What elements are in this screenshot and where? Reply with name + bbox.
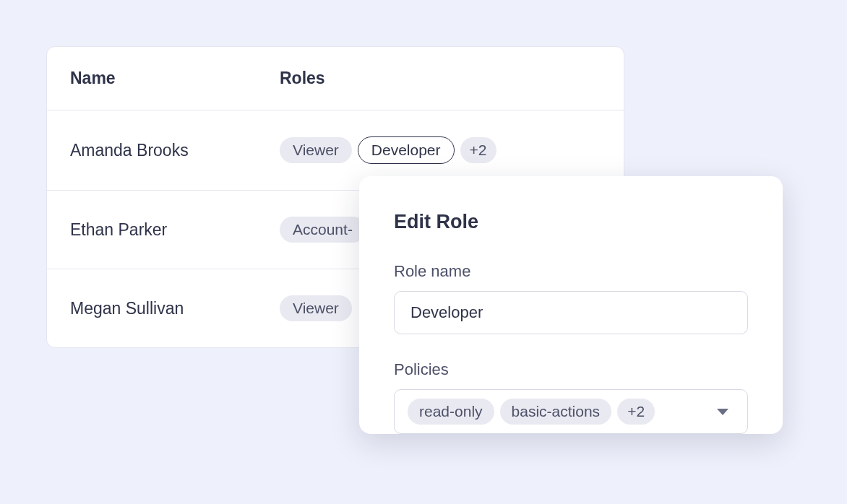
user-roles: Account-: [280, 217, 366, 243]
policies-label: Policies: [394, 360, 748, 379]
policies-select[interactable]: read-only basic-actions +2: [394, 389, 748, 434]
table-header: Name Roles: [47, 47, 624, 110]
user-name: Megan Sullivan: [70, 299, 280, 318]
chevron-down-icon: [717, 409, 728, 415]
modal-title: Edit Role: [394, 211, 748, 233]
user-roles: Viewer Developer +2: [280, 136, 496, 164]
role-name-label: Role name: [394, 262, 748, 281]
column-header-name: Name: [70, 69, 280, 88]
role-chip-more-count[interactable]: +2: [460, 137, 496, 163]
user-name: Amanda Brooks: [70, 141, 280, 160]
column-header-roles: Roles: [280, 69, 325, 88]
role-name-input[interactable]: [394, 291, 748, 334]
edit-role-modal: Edit Role Role name Policies read-only b…: [359, 176, 783, 434]
role-chip-account[interactable]: Account-: [280, 217, 366, 243]
user-name: Ethan Parker: [70, 220, 280, 240]
policies-chips: read-only basic-actions +2: [408, 399, 655, 425]
role-chip-developer[interactable]: Developer: [358, 136, 455, 164]
policy-chip-basic-actions[interactable]: basic-actions: [500, 399, 612, 425]
user-roles: Viewer: [280, 295, 352, 321]
role-chip-viewer[interactable]: Viewer: [280, 137, 352, 163]
policy-chip-more-count[interactable]: +2: [617, 399, 655, 425]
policy-chip-read-only[interactable]: read-only: [408, 399, 494, 425]
role-chip-viewer[interactable]: Viewer: [280, 295, 352, 321]
